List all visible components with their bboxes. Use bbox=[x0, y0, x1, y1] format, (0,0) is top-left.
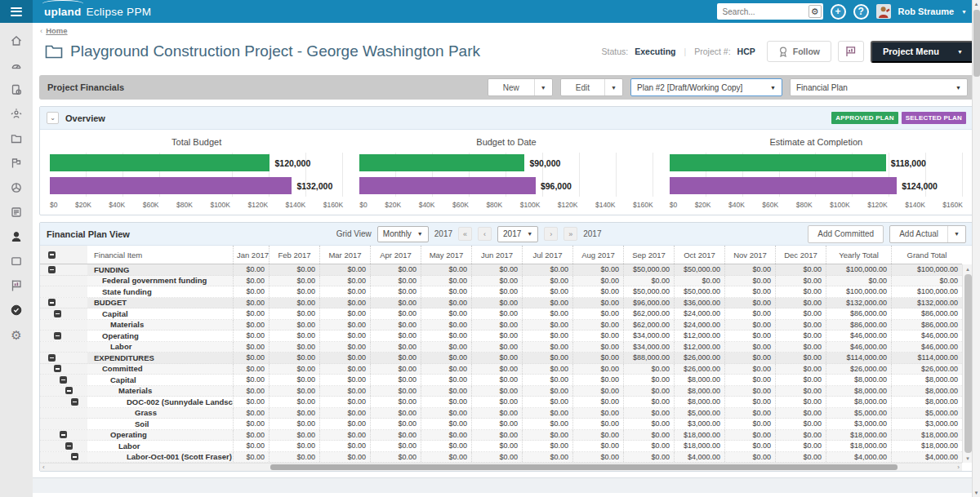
project-menu-button[interactable]: Project Menu ▼ bbox=[871, 41, 975, 63]
search-options-gear-icon[interactable]: ⚙ bbox=[808, 5, 822, 18]
grid-horizontal-scrollbar[interactable]: ‹ › bbox=[40, 463, 962, 471]
axis-tick: $160K bbox=[942, 201, 963, 209]
home-icon[interactable] bbox=[0, 29, 33, 53]
gear-icon[interactable]: ⚙ bbox=[0, 322, 33, 347]
cell: $0.00 bbox=[572, 264, 623, 275]
cell: $0.00 bbox=[269, 331, 319, 341]
table-row[interactable]: Labor-Oct-001 (Scott Fraser)$0.00$0.00$0… bbox=[40, 452, 962, 464]
hamburger-menu-icon[interactable] bbox=[0, 0, 33, 23]
segmented-circle-icon[interactable] bbox=[0, 175, 33, 200]
search-input[interactable] bbox=[723, 7, 808, 16]
document-clock-icon[interactable] bbox=[0, 78, 33, 102]
table-row[interactable]: Committed$0.00$0.00$0.00$0.00$0.00$0.00$… bbox=[40, 364, 962, 375]
table-row[interactable]: BUDGET$0.00$0.00$0.00$0.00$0.00$0.00$0.0… bbox=[40, 298, 962, 309]
overview-collapse-toggle[interactable]: ⌄ bbox=[47, 112, 59, 124]
scroll-up-arrow-icon[interactable]: ▲ bbox=[974, 0, 979, 8]
add-actual-button[interactable]: Add Actual ▼ bbox=[889, 225, 966, 243]
table-row[interactable]: Federal government funding$0.00$0.00$0.0… bbox=[40, 276, 962, 287]
table-row[interactable]: Materials$0.00$0.00$0.00$0.00$0.00$0.00$… bbox=[40, 386, 962, 397]
view-select[interactable]: Financial Plan ▼ bbox=[790, 78, 968, 96]
page-scrollbar[interactable]: ▲ ▼ bbox=[972, 0, 980, 497]
table-row[interactable]: Capital$0.00$0.00$0.00$0.00$0.00$0.00$0.… bbox=[40, 308, 962, 320]
cell-grand-total: $8,000.00 bbox=[891, 386, 962, 397]
financial-summary-button[interactable] bbox=[838, 41, 864, 62]
cell: $0.00 bbox=[572, 364, 623, 375]
section-title: Project Financials bbox=[47, 82, 124, 92]
row-collapse-toggle[interactable] bbox=[65, 387, 73, 394]
new-button[interactable]: New ▼ bbox=[488, 78, 553, 96]
grid-scroll-down-icon[interactable]: ▼ bbox=[965, 454, 970, 463]
table-row[interactable]: Capital$0.00$0.00$0.00$0.00$0.00$0.00$0.… bbox=[40, 375, 962, 386]
add-button[interactable]: + bbox=[831, 4, 846, 20]
cell: $0.00 bbox=[319, 364, 370, 375]
prev-year-button[interactable]: ‹ bbox=[478, 227, 492, 241]
gauge-icon[interactable] bbox=[0, 53, 33, 78]
row-collapse-toggle[interactable] bbox=[71, 398, 78, 406]
user-menu[interactable]: Rob Straume bbox=[898, 7, 954, 16]
row-collapse-toggle[interactable] bbox=[65, 442, 73, 450]
collapse-all-toggle[interactable] bbox=[40, 246, 87, 264]
overview-card: ⌄ Overview APPROVED PLANSELECTED PLAN To… bbox=[39, 106, 973, 215]
row-collapse-toggle[interactable] bbox=[48, 251, 56, 259]
breadcrumb-back-icon[interactable]: ‹ bbox=[40, 26, 42, 35]
table-row[interactable]: DOC-002 (Sunnydale Landscaping Sup...$0.… bbox=[40, 397, 962, 408]
scroll-down-arrow-icon[interactable]: ▼ bbox=[974, 489, 979, 497]
cell: $0.00 bbox=[319, 320, 370, 331]
grid-hscroll-thumb[interactable] bbox=[270, 464, 898, 470]
avatar[interactable] bbox=[876, 4, 891, 19]
row-collapse-toggle[interactable] bbox=[54, 310, 61, 317]
add-committed-button[interactable]: Add Committed bbox=[808, 225, 884, 243]
grid-scroll-up-icon[interactable]: ▲ bbox=[965, 264, 970, 273]
flag-chart-icon[interactable] bbox=[0, 273, 33, 298]
breadcrumb-home-link[interactable]: Home bbox=[46, 26, 67, 35]
table-row[interactable]: Operating$0.00$0.00$0.00$0.00$0.00$0.00$… bbox=[40, 331, 962, 342]
user-menu-caret-icon[interactable]: ▼ bbox=[961, 9, 967, 15]
flags-icon[interactable] bbox=[0, 151, 33, 175]
row-collapse-toggle[interactable] bbox=[48, 354, 56, 362]
year-select[interactable]: 2017 ▼ bbox=[497, 226, 538, 242]
grid-scroll-left-icon[interactable]: ‹ bbox=[42, 464, 45, 471]
table-row[interactable]: Labor$0.00$0.00$0.00$0.00$0.00$0.00$0.00… bbox=[40, 441, 962, 452]
table-row[interactable]: FUNDING$0.00$0.00$0.00$0.00$0.00$0.00$0.… bbox=[40, 264, 962, 276]
table-row[interactable]: EXPENDITURES$0.00$0.00$0.00$0.00$0.00$0.… bbox=[40, 353, 962, 364]
overview-header: ⌄ Overview APPROVED PLANSELECTED PLAN bbox=[40, 107, 973, 130]
folder-icon[interactable] bbox=[0, 126, 33, 151]
plan-select[interactable]: Plan #2 [Draft/Working Copy] ▼ bbox=[630, 78, 782, 96]
next-year-button[interactable]: › bbox=[544, 227, 558, 241]
person-arrows-icon[interactable] bbox=[0, 102, 33, 126]
axis-tick: $80K bbox=[176, 201, 193, 209]
row-collapse-toggle[interactable] bbox=[48, 299, 56, 306]
table-row[interactable]: State funding$0.00$0.00$0.00$0.00$0.00$0… bbox=[40, 286, 962, 298]
table-row[interactable]: Grass$0.00$0.00$0.00$0.00$0.00$0.00$0.00… bbox=[40, 408, 962, 419]
form-icon[interactable] bbox=[0, 200, 33, 224]
financial-item-header: Financial Item bbox=[87, 246, 233, 264]
table-row[interactable]: Soil$0.00$0.00$0.00$0.00$0.00$0.00$0.00$… bbox=[40, 419, 962, 430]
grid-vscroll-thumb[interactable] bbox=[964, 274, 972, 453]
row-collapse-toggle[interactable] bbox=[48, 266, 56, 273]
row-collapse-toggle[interactable] bbox=[54, 365, 61, 372]
check-circle-icon[interactable] bbox=[0, 298, 33, 322]
grid-scroll-right-icon[interactable]: › bbox=[957, 464, 960, 471]
table-row[interactable]: Labor$0.00$0.00$0.00$0.00$0.00$0.00$0.00… bbox=[40, 342, 962, 353]
page-scrollbar-thumb[interactable] bbox=[973, 10, 980, 77]
row-collapse-toggle[interactable] bbox=[54, 332, 61, 339]
card-icon[interactable] bbox=[0, 249, 33, 273]
add-actual-caret-icon[interactable]: ▼ bbox=[948, 226, 965, 242]
cell: $36,000.00 bbox=[674, 298, 724, 308]
edit-button[interactable]: Edit ▼ bbox=[560, 78, 623, 96]
person-icon[interactable] bbox=[0, 224, 33, 249]
row-collapse-toggle[interactable] bbox=[60, 431, 67, 438]
help-button[interactable]: ? bbox=[853, 4, 869, 20]
row-collapse-toggle[interactable] bbox=[60, 376, 67, 384]
last-year-button[interactable]: » bbox=[564, 227, 577, 241]
follow-button[interactable]: Follow bbox=[767, 41, 831, 62]
financial-plan-grid: Financial ItemJan 2017Feb 2017Mar 2017Ap… bbox=[40, 246, 973, 471]
first-year-button[interactable]: « bbox=[458, 227, 472, 241]
table-row[interactable]: Operating$0.00$0.00$0.00$0.00$0.00$0.00$… bbox=[40, 430, 962, 442]
interval-select[interactable]: Monthly ▼ bbox=[377, 226, 429, 242]
cell: $0.00 bbox=[269, 386, 319, 397]
row-collapse-toggle[interactable] bbox=[71, 453, 78, 460]
new-caret-icon[interactable]: ▼ bbox=[535, 79, 552, 95]
table-row[interactable]: Materials$0.00$0.00$0.00$0.00$0.00$0.00$… bbox=[40, 320, 962, 331]
edit-caret-icon[interactable]: ▼ bbox=[605, 79, 622, 95]
